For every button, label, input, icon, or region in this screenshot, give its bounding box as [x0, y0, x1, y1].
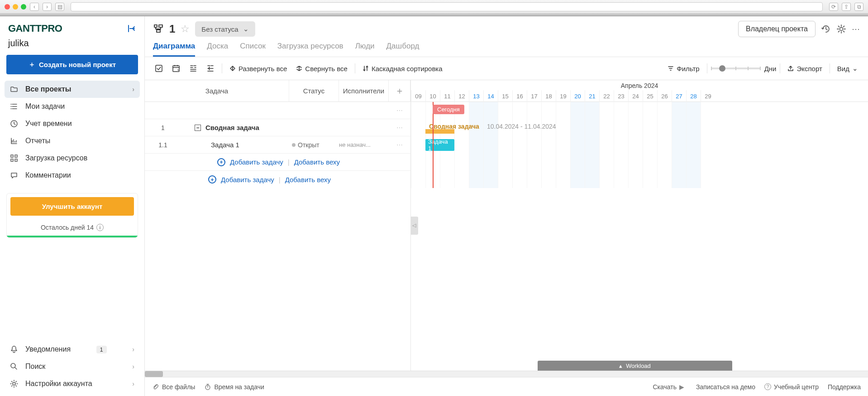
tab-workload[interactable]: Загрузка ресурсов	[277, 42, 343, 57]
create-project-button[interactable]: ＋ Создать новый проект	[6, 55, 138, 74]
plus-circle-icon[interactable]: +	[217, 158, 225, 166]
footer-all-files[interactable]: Все файлы	[152, 383, 195, 391]
gantt-day-cell[interactable]: 24	[628, 90, 643, 102]
favorite-star-icon[interactable]: ☆	[181, 23, 190, 35]
gantt-body[interactable]: Сегодня Сводная задача 10.04.2024 - 11.0…	[411, 102, 868, 188]
more-icon[interactable]: ⋯	[852, 24, 860, 34]
add-milestone-link[interactable]: Добавить веху	[285, 176, 331, 184]
sidebar-item-search[interactable]: Поиск ›	[5, 358, 140, 375]
sidebar-item-comments[interactable]: Комментарии	[5, 167, 140, 184]
gantt-day-cell[interactable]: 25	[643, 90, 657, 102]
grid-row-task[interactable]: 1.1 Задача 1 Открыт не назнач... ⋯	[145, 136, 410, 154]
workload-panel-toggle[interactable]: ▴ Workload	[538, 361, 732, 371]
tab-people[interactable]: Люди	[355, 42, 375, 57]
gantt-day-cell[interactable]: 29	[701, 90, 715, 102]
hierarchy-icon[interactable]	[153, 24, 164, 34]
outdent-button[interactable]	[203, 62, 218, 75]
workspace-name[interactable]: julika	[0, 38, 144, 55]
calendar-button[interactable]	[168, 62, 184, 75]
gantt-day-cell[interactable]: 18	[541, 90, 556, 102]
gantt-chart[interactable]: ◁ Апрель 2024 09101112131415161718192021…	[411, 80, 868, 371]
tab-dashboard[interactable]: Дашборд	[386, 42, 420, 57]
gantt-day-cell[interactable]: 17	[527, 90, 541, 102]
zoom-slider[interactable]	[711, 68, 761, 69]
gantt-day-cell[interactable]: 21	[585, 90, 599, 102]
gantt-day-cell[interactable]: 27	[672, 90, 686, 102]
panel-collapse-handle[interactable]: ◁	[411, 217, 418, 235]
collapse-toggle-icon[interactable]: −	[195, 125, 201, 131]
nav-forward-button[interactable]: ›	[43, 3, 52, 11]
nav-back-button[interactable]: ‹	[30, 3, 39, 11]
gantt-day-cell[interactable]: 10	[425, 90, 440, 102]
add-milestone-link[interactable]: Добавить веху	[294, 158, 340, 166]
footer-support[interactable]: Поддержка	[828, 383, 861, 391]
tab-board[interactable]: Доска	[207, 42, 228, 57]
gantt-day-cell[interactable]: 22	[599, 90, 614, 102]
footer-learning-center[interactable]: ? Учебный центр	[764, 383, 819, 391]
upgrade-button[interactable]: Улучшить аккаунт	[10, 197, 134, 216]
expand-all-button[interactable]: Развернуть все	[226, 62, 291, 75]
collapse-sidebar-button[interactable]	[127, 24, 136, 33]
gantt-day-cell[interactable]: 16	[512, 90, 527, 102]
select-all-button[interactable]	[151, 62, 167, 75]
sidebar-toggle-button[interactable]: ▤	[55, 3, 64, 11]
gantt-day-cell[interactable]: 12	[454, 90, 469, 102]
gantt-day-cell[interactable]: 20	[570, 90, 585, 102]
sidebar-item-workload[interactable]: Загрузка ресурсов	[5, 150, 140, 167]
footer-book-demo[interactable]: Записаться на демо	[696, 383, 755, 391]
gantt-day-cell[interactable]: 14	[483, 90, 498, 102]
add-column-button[interactable]: ＋	[389, 80, 410, 101]
sidebar-item-time-tracking[interactable]: Учет времени	[5, 115, 140, 132]
gantt-day-cell[interactable]: 13	[469, 90, 483, 102]
info-icon[interactable]: i	[96, 224, 104, 231]
assignee-cell[interactable]: не назнач...	[339, 141, 389, 148]
gantt-day-cell[interactable]: 23	[614, 90, 628, 102]
sidebar-item-reports[interactable]: Отчеты	[5, 132, 140, 150]
scrollbar-thumb[interactable]	[145, 371, 163, 377]
row-menu-icon[interactable]: ⋯	[389, 124, 410, 131]
task-bar[interactable]: Задача 1	[425, 139, 454, 151]
sidebar-item-account-settings[interactable]: Настройки аккаунта ›	[5, 375, 140, 392]
summary-bar[interactable]	[425, 129, 454, 134]
footer-download[interactable]: Скачать ▶	[653, 383, 687, 391]
tab-list[interactable]: Список	[240, 42, 266, 57]
gantt-day-cell[interactable]: 19	[556, 90, 570, 102]
grid-row-summary[interactable]: 1 − Сводная задача ⋯	[145, 119, 410, 136]
collapse-all-button[interactable]: Свернуть все	[292, 62, 351, 75]
view-dropdown[interactable]: Вид ⌄	[834, 62, 862, 75]
url-bar[interactable]	[71, 2, 823, 11]
add-task-link[interactable]: Добавить задачу	[221, 176, 274, 184]
row-menu-icon[interactable]: ⋯	[389, 141, 410, 149]
horizontal-scrollbar[interactable]	[145, 371, 868, 377]
indent-button[interactable]	[186, 62, 201, 75]
sidebar-item-my-tasks[interactable]: Мои задачи	[5, 98, 140, 115]
filter-button[interactable]: Фильтр	[664, 62, 703, 75]
history-icon[interactable]	[821, 24, 831, 34]
sidebar-item-all-projects[interactable]: Все проекты ›	[5, 81, 140, 98]
project-status-dropdown[interactable]: Без статуса ⌄	[195, 21, 255, 37]
grid-row-empty[interactable]: ⋯	[145, 102, 410, 119]
maximize-window-icon[interactable]	[21, 4, 26, 10]
row-menu-icon[interactable]: ⋯	[389, 107, 410, 114]
settings-icon[interactable]	[836, 24, 846, 34]
add-task-link[interactable]: Добавить задачу	[230, 158, 283, 166]
cascade-sort-button[interactable]: Каскадная сортировка	[359, 62, 446, 75]
column-task[interactable]: Задача	[145, 80, 289, 101]
tab-diagram[interactable]: Диаграмма	[153, 42, 195, 57]
project-owner-button[interactable]: Владелец проекта	[738, 21, 816, 37]
column-status[interactable]: Статус	[289, 80, 339, 101]
gantt-day-cell[interactable]: 09	[411, 90, 425, 102]
tabs-button[interactable]: ⧉	[854, 3, 863, 11]
gantt-day-cell[interactable]: 28	[686, 90, 701, 102]
zoom-thumb[interactable]	[719, 65, 725, 72]
status-cell[interactable]: Открыт	[289, 141, 339, 149]
minimize-window-icon[interactable]	[13, 4, 18, 10]
export-button[interactable]: Экспорт	[784, 62, 825, 75]
column-assignee[interactable]: Исполнители	[339, 80, 389, 101]
gantt-day-cell[interactable]: 11	[440, 90, 454, 102]
project-name[interactable]: 1	[169, 23, 175, 35]
plus-circle-icon[interactable]: +	[208, 175, 216, 184]
reload-button[interactable]: ⟳	[829, 3, 838, 11]
close-window-icon[interactable]	[5, 4, 10, 10]
gantt-day-cell[interactable]: 26	[657, 90, 672, 102]
